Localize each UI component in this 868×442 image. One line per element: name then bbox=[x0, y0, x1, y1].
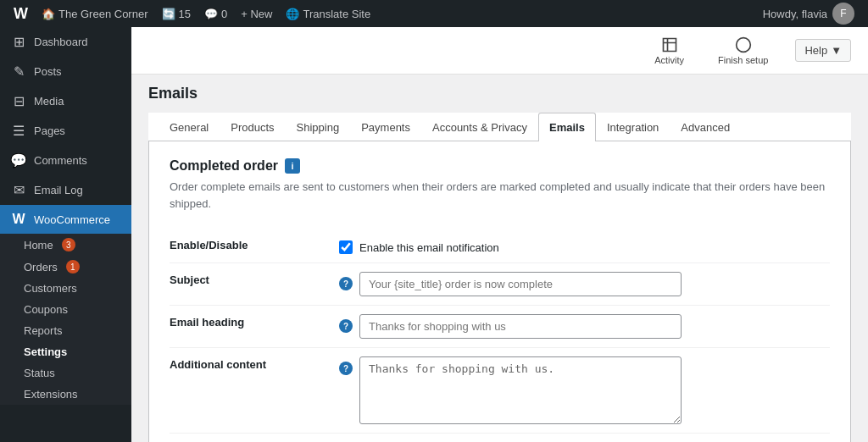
subject-row: Subject ? bbox=[170, 263, 830, 306]
email-heading-row: Email heading ? bbox=[170, 306, 830, 348]
submenu-status-label: Status bbox=[24, 367, 55, 379]
section-header: Completed order i bbox=[170, 158, 830, 174]
admin-bar: W 🏠 The Green Corner 🔄 15 💬 0 + New 🌐 Tr… bbox=[0, 0, 868, 27]
email-log-icon: ✉ bbox=[10, 182, 27, 198]
posts-icon: ✎ bbox=[10, 64, 27, 80]
site-icon: 🏠 bbox=[42, 8, 55, 20]
submenu-item-orders[interactable]: Orders 1 bbox=[0, 256, 131, 278]
sidebar-item-posts[interactable]: ✎ Posts bbox=[0, 57, 131, 86]
finish-setup-label: Finish setup bbox=[718, 55, 768, 65]
section-description: Order complete emails are sent to custom… bbox=[170, 179, 830, 212]
content-header: Activity Finish setup Help ▼ bbox=[131, 27, 868, 75]
tab-emails[interactable]: Emails bbox=[538, 113, 596, 141]
home-badge: 3 bbox=[62, 238, 75, 251]
submenu-item-coupons[interactable]: Coupons bbox=[0, 299, 131, 320]
submenu-coupons-label: Coupons bbox=[24, 303, 68, 316]
help-button[interactable]: Help ▼ bbox=[795, 39, 851, 62]
comments-menu-icon: 💬 bbox=[10, 152, 27, 169]
avatar: F bbox=[832, 3, 854, 25]
sidebar-item-label: WooCommerce bbox=[34, 213, 110, 226]
comments-icon: 💬 bbox=[204, 8, 218, 20]
submenu-home-label: Home bbox=[24, 239, 53, 251]
submenu-item-status[interactable]: Status bbox=[0, 362, 131, 384]
enable-checkbox[interactable] bbox=[339, 240, 353, 254]
new-content-item[interactable]: + New bbox=[234, 0, 279, 27]
sidebar-item-label: Media bbox=[34, 95, 64, 108]
comments-count: 0 bbox=[221, 8, 227, 20]
site-name-item[interactable]: 🏠 The Green Corner bbox=[35, 0, 155, 27]
submenu-reports-label: Reports bbox=[24, 324, 63, 337]
submenu-item-reports[interactable]: Reports bbox=[0, 320, 131, 341]
finish-setup-button[interactable]: Finish setup bbox=[711, 33, 775, 69]
additional-content-textarea[interactable] bbox=[359, 356, 682, 424]
tab-advanced[interactable]: Advanced bbox=[670, 113, 741, 141]
howdy-label: Howdy, flavia bbox=[763, 8, 827, 20]
woocommerce-icon: W bbox=[10, 212, 27, 227]
enable-label: Enable/Disable bbox=[170, 229, 339, 263]
comments-item[interactable]: 💬 0 bbox=[198, 0, 234, 27]
section-title-text: Completed order bbox=[170, 158, 278, 174]
additional-content-row: Additional content ? bbox=[170, 348, 830, 434]
settings-form-table: Enable/Disable Enable this email notific… bbox=[170, 229, 830, 434]
submenu-item-home[interactable]: Home 3 bbox=[0, 234, 131, 256]
site-name-label: The Green Corner bbox=[58, 8, 148, 20]
email-heading-label: Email heading bbox=[170, 306, 339, 348]
woocommerce-submenu: Home 3 Orders 1 Customers Coupons Report… bbox=[0, 234, 131, 405]
submenu-item-customers[interactable]: Customers bbox=[0, 278, 131, 299]
translate-label: Translate Site bbox=[303, 8, 370, 20]
page-wrap: Emails General Products Shipping Payment… bbox=[131, 75, 868, 442]
sidebar-item-label: Comments bbox=[34, 154, 87, 167]
tab-general[interactable]: General bbox=[159, 113, 220, 141]
chevron-down-icon: ▼ bbox=[831, 44, 842, 57]
sidebar-item-label: Pages bbox=[34, 124, 65, 137]
tab-content-emails: Completed order i Order complete emails … bbox=[148, 141, 851, 442]
activity-button[interactable]: Activity bbox=[648, 33, 691, 69]
enable-checkbox-label[interactable]: Enable this email notification bbox=[359, 241, 499, 254]
tab-accounts-privacy[interactable]: Accounts & Privacy bbox=[421, 113, 538, 141]
settings-tabs: General Products Shipping Payments Accou… bbox=[148, 113, 851, 141]
tab-payments[interactable]: Payments bbox=[350, 113, 421, 141]
email-heading-help-icon[interactable]: ? bbox=[339, 319, 353, 333]
howdy-section[interactable]: Howdy, flavia F bbox=[756, 3, 861, 25]
activity-label: Activity bbox=[654, 55, 684, 65]
submenu-item-settings[interactable]: Settings bbox=[0, 341, 131, 362]
page-title: Emails bbox=[148, 85, 851, 102]
updates-count: 15 bbox=[179, 8, 191, 20]
subject-field: ? bbox=[339, 263, 830, 306]
subject-label: Subject bbox=[170, 263, 339, 306]
pages-icon: ☰ bbox=[10, 123, 27, 139]
sidebar-item-email-log[interactable]: ✉ Email Log bbox=[0, 175, 131, 205]
tab-products[interactable]: Products bbox=[220, 113, 285, 141]
sidebar-item-dashboard[interactable]: ⊞ Dashboard bbox=[0, 27, 131, 57]
additional-content-field-row: ? bbox=[339, 356, 830, 424]
subject-input[interactable] bbox=[359, 272, 682, 296]
email-heading-field-row: ? bbox=[339, 314, 830, 339]
subject-help-icon[interactable]: ? bbox=[339, 277, 353, 290]
updates-icon: 🔄 bbox=[162, 8, 175, 20]
enable-field: Enable this email notification bbox=[339, 229, 830, 263]
additional-content-help-icon[interactable]: ? bbox=[339, 362, 353, 375]
wp-logo-item[interactable]: W bbox=[7, 0, 35, 27]
new-content-label: + New bbox=[241, 8, 272, 20]
media-icon: ⊟ bbox=[10, 93, 27, 109]
updates-item[interactable]: 🔄 15 bbox=[155, 0, 198, 27]
section-info-icon[interactable]: i bbox=[285, 158, 300, 174]
sidebar-item-label: Dashboard bbox=[34, 36, 88, 48]
svg-point-0 bbox=[736, 37, 750, 52]
tab-shipping[interactable]: Shipping bbox=[286, 113, 351, 141]
additional-content-label: Additional content bbox=[170, 348, 339, 434]
translate-item[interactable]: 🌐 Translate Site bbox=[279, 0, 377, 27]
sidebar-item-woocommerce[interactable]: W WooCommerce bbox=[0, 205, 131, 234]
subject-field-row: ? bbox=[339, 272, 830, 296]
sidebar-item-comments[interactable]: 💬 Comments bbox=[0, 146, 131, 175]
submenu-item-extensions[interactable]: Extensions bbox=[0, 384, 131, 405]
translate-icon: 🌐 bbox=[286, 8, 299, 20]
submenu-orders-label: Orders bbox=[24, 261, 58, 273]
submenu-customers-label: Customers bbox=[24, 282, 77, 295]
enable-row: Enable/Disable Enable this email notific… bbox=[170, 229, 830, 263]
sidebar-item-media[interactable]: ⊟ Media bbox=[0, 86, 131, 116]
email-heading-input[interactable] bbox=[359, 314, 682, 339]
header-actions: Activity Finish setup Help ▼ bbox=[648, 33, 851, 69]
tab-integration[interactable]: Integration bbox=[596, 113, 670, 141]
sidebar-item-pages[interactable]: ☰ Pages bbox=[0, 116, 131, 146]
